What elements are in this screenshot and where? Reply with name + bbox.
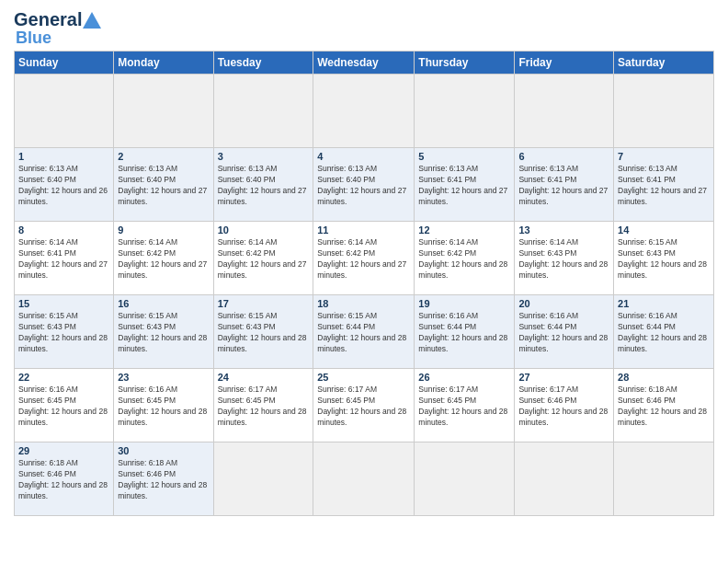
calendar-cell (114, 75, 213, 148)
calendar-row-4: 22 Sunrise: 6:16 AM Sunset: 6:45 PM Dayl… (15, 369, 714, 442)
calendar-header-sunday: Sunday (15, 52, 114, 75)
day-info: Sunrise: 6:14 AM Sunset: 6:42 PM Dayligh… (418, 237, 510, 282)
calendar-header-monday: Monday (114, 52, 213, 75)
calendar-cell: 30 Sunrise: 6:18 AM Sunset: 6:46 PM Dayl… (114, 442, 213, 516)
day-info: Sunrise: 6:18 AM Sunset: 6:46 PM Dayligh… (118, 458, 209, 502)
calendar-cell: 4 Sunrise: 6:13 AM Sunset: 6:40 PM Dayli… (313, 148, 415, 222)
day-number: 21 (618, 298, 710, 309)
calendar-cell (415, 442, 515, 516)
day-info: Sunrise: 6:17 AM Sunset: 6:45 PM Dayligh… (218, 385, 310, 429)
day-info: Sunrise: 6:14 AM Sunset: 6:41 PM Dayligh… (18, 237, 109, 282)
calendar-cell (515, 75, 614, 148)
day-number: 3 (218, 151, 310, 162)
day-number: 28 (618, 372, 710, 383)
calendar-cell: 8 Sunrise: 6:14 AM Sunset: 6:41 PM Dayli… (15, 222, 114, 295)
day-number: 5 (418, 151, 510, 162)
logo-blue: Blue (16, 30, 51, 45)
day-number: 13 (518, 224, 609, 236)
day-info: Sunrise: 6:13 AM Sunset: 6:40 PM Dayligh… (18, 164, 109, 208)
day-number: 10 (218, 224, 310, 236)
calendar-cell: 5 Sunrise: 6:13 AM Sunset: 6:41 PM Dayli… (415, 148, 515, 222)
day-info: Sunrise: 6:15 AM Sunset: 6:43 PM Dayligh… (218, 311, 310, 355)
day-number: 17 (218, 298, 310, 309)
calendar-cell: 20 Sunrise: 6:16 AM Sunset: 6:44 PM Dayl… (515, 295, 614, 369)
day-number: 15 (18, 298, 109, 309)
day-number: 14 (618, 224, 710, 236)
day-info: Sunrise: 6:15 AM Sunset: 6:43 PM Dayligh… (18, 311, 109, 355)
calendar-cell: 10 Sunrise: 6:14 AM Sunset: 6:42 PM Dayl… (213, 222, 313, 295)
day-info: Sunrise: 6:17 AM Sunset: 6:45 PM Dayligh… (317, 385, 410, 429)
day-info: Sunrise: 6:17 AM Sunset: 6:45 PM Dayligh… (418, 385, 510, 429)
calendar-row-1: 1 Sunrise: 6:13 AM Sunset: 6:40 PM Dayli… (15, 148, 714, 222)
calendar-header-saturday: Saturday (614, 52, 714, 75)
day-info: Sunrise: 6:16 AM Sunset: 6:44 PM Dayligh… (618, 311, 710, 355)
calendar-header-row: SundayMondayTuesdayWednesdayThursdayFrid… (15, 52, 714, 75)
day-number: 23 (118, 372, 209, 383)
calendar-cell: 27 Sunrise: 6:17 AM Sunset: 6:46 PM Dayl… (515, 369, 614, 442)
day-info: Sunrise: 6:13 AM Sunset: 6:40 PM Dayligh… (317, 164, 410, 208)
calendar-cell (313, 442, 415, 516)
day-info: Sunrise: 6:16 AM Sunset: 6:44 PM Dayligh… (418, 311, 510, 355)
calendar: SundayMondayTuesdayWednesdayThursdayFrid… (14, 51, 714, 516)
calendar-cell: 6 Sunrise: 6:13 AM Sunset: 6:41 PM Dayli… (515, 148, 614, 222)
calendar-cell: 7 Sunrise: 6:13 AM Sunset: 6:41 PM Dayli… (614, 148, 714, 222)
day-number: 27 (518, 372, 609, 383)
day-number: 9 (118, 224, 209, 236)
svg-marker-0 (83, 12, 101, 29)
day-info: Sunrise: 6:18 AM Sunset: 6:46 PM Dayligh… (18, 458, 109, 502)
day-number: 26 (418, 372, 510, 383)
day-number: 30 (118, 445, 209, 456)
day-info: Sunrise: 6:16 AM Sunset: 6:45 PM Dayligh… (18, 385, 109, 429)
day-number: 20 (518, 298, 609, 309)
calendar-cell: 24 Sunrise: 6:17 AM Sunset: 6:45 PM Dayl… (213, 369, 313, 442)
day-number: 1 (18, 151, 109, 162)
day-number: 25 (317, 372, 410, 383)
day-number: 2 (118, 151, 209, 162)
day-number: 7 (618, 151, 710, 162)
logo-general: General (14, 9, 82, 30)
calendar-cell: 17 Sunrise: 6:15 AM Sunset: 6:43 PM Dayl… (213, 295, 313, 369)
logo: General Blue (14, 9, 102, 45)
day-number: 18 (317, 298, 410, 309)
calendar-header-thursday: Thursday (415, 52, 515, 75)
day-number: 16 (118, 298, 209, 309)
calendar-header-friday: Friday (515, 52, 614, 75)
calendar-cell: 12 Sunrise: 6:14 AM Sunset: 6:42 PM Dayl… (415, 222, 515, 295)
day-info: Sunrise: 6:14 AM Sunset: 6:42 PM Dayligh… (218, 237, 310, 282)
calendar-cell: 29 Sunrise: 6:18 AM Sunset: 6:46 PM Dayl… (15, 442, 114, 516)
day-number: 6 (518, 151, 609, 162)
day-info: Sunrise: 6:13 AM Sunset: 6:40 PM Dayligh… (218, 164, 310, 208)
day-info: Sunrise: 6:13 AM Sunset: 6:40 PM Dayligh… (118, 164, 209, 208)
calendar-row-0 (15, 75, 714, 148)
day-number: 4 (317, 151, 410, 162)
calendar-cell: 21 Sunrise: 6:16 AM Sunset: 6:44 PM Dayl… (614, 295, 714, 369)
day-number: 24 (218, 372, 310, 383)
day-info: Sunrise: 6:14 AM Sunset: 6:43 PM Dayligh… (518, 237, 609, 282)
day-info: Sunrise: 6:15 AM Sunset: 6:44 PM Dayligh… (317, 311, 410, 355)
calendar-header-tuesday: Tuesday (213, 52, 313, 75)
calendar-row-3: 15 Sunrise: 6:15 AM Sunset: 6:43 PM Dayl… (15, 295, 714, 369)
calendar-cell: 16 Sunrise: 6:15 AM Sunset: 6:43 PM Dayl… (114, 295, 213, 369)
calendar-cell: 9 Sunrise: 6:14 AM Sunset: 6:42 PM Dayli… (114, 222, 213, 295)
calendar-cell: 2 Sunrise: 6:13 AM Sunset: 6:40 PM Dayli… (114, 148, 213, 222)
calendar-cell: 28 Sunrise: 6:18 AM Sunset: 6:46 PM Dayl… (614, 369, 714, 442)
day-number: 8 (18, 224, 109, 236)
calendar-cell: 26 Sunrise: 6:17 AM Sunset: 6:45 PM Dayl… (415, 369, 515, 442)
calendar-row-5: 29 Sunrise: 6:18 AM Sunset: 6:46 PM Dayl… (15, 442, 714, 516)
day-info: Sunrise: 6:13 AM Sunset: 6:41 PM Dayligh… (518, 164, 609, 208)
calendar-cell: 23 Sunrise: 6:16 AM Sunset: 6:45 PM Dayl… (114, 369, 213, 442)
calendar-cell (614, 442, 714, 516)
calendar-cell (415, 75, 515, 148)
calendar-cell (213, 442, 313, 516)
day-info: Sunrise: 6:15 AM Sunset: 6:43 PM Dayligh… (118, 311, 209, 355)
calendar-cell: 15 Sunrise: 6:15 AM Sunset: 6:43 PM Dayl… (15, 295, 114, 369)
day-number: 22 (18, 372, 109, 383)
calendar-cell: 1 Sunrise: 6:13 AM Sunset: 6:40 PM Dayli… (15, 148, 114, 222)
day-info: Sunrise: 6:14 AM Sunset: 6:42 PM Dayligh… (118, 237, 209, 282)
day-info: Sunrise: 6:15 AM Sunset: 6:43 PM Dayligh… (618, 237, 710, 282)
calendar-header-wednesday: Wednesday (313, 52, 415, 75)
day-number: 11 (317, 224, 410, 236)
page: General Blue SundayMondayTuesdayWednesda… (0, 0, 728, 563)
day-info: Sunrise: 6:16 AM Sunset: 6:45 PM Dayligh… (118, 385, 209, 429)
calendar-cell: 13 Sunrise: 6:14 AM Sunset: 6:43 PM Dayl… (515, 222, 614, 295)
